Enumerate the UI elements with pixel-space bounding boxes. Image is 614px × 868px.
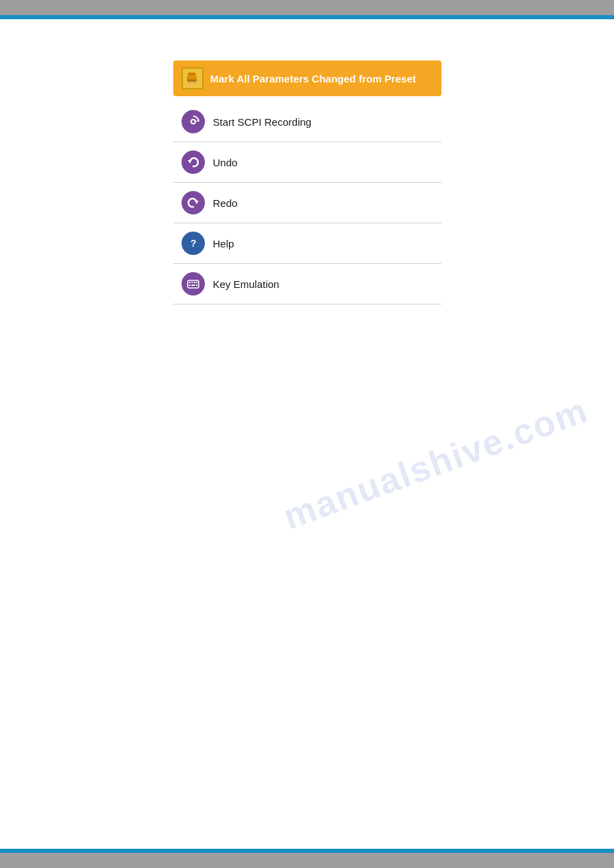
top-bar-gray: [0, 0, 614, 15]
svg-rect-15: [196, 282, 197, 283]
key-emulation-label: Key Emulation: [213, 278, 280, 290]
svg-marker-1: [187, 73, 197, 80]
svg-marker-8: [188, 160, 192, 163]
help-icon: ?: [182, 232, 205, 255]
mark-all-parameters-label: Mark All Parameters Changed from Preset: [210, 73, 417, 85]
bottom-bar-gray: [0, 853, 614, 868]
svg-marker-9: [195, 201, 199, 203]
svg-rect-16: [189, 285, 190, 286]
svg-rect-14: [194, 282, 195, 283]
menu-item-undo[interactable]: Undo: [173, 142, 441, 183]
redo-icon: [182, 191, 205, 214]
svg-rect-2: [190, 73, 191, 76]
menu-item-key-emulation[interactable]: Key Emulation: [173, 264, 441, 304]
watermark: manualshive.com: [278, 389, 593, 537]
svg-rect-13: [191, 282, 193, 283]
menu-item-mark-all-parameters[interactable]: Mark All Parameters Changed from Preset: [173, 60, 441, 96]
scpi-recording-icon: [182, 110, 205, 133]
svg-rect-11: [188, 280, 199, 288]
menu-item-start-scpi-recording[interactable]: Start SCPI Recording: [173, 102, 441, 142]
pencil-mark-icon: [182, 67, 204, 89]
svg-rect-3: [193, 73, 194, 76]
svg-point-7: [192, 120, 195, 123]
undo-label: Undo: [213, 157, 238, 168]
help-label: Help: [213, 238, 234, 249]
key-emulation-icon: [182, 272, 205, 296]
svg-rect-12: [189, 282, 190, 283]
svg-rect-4: [187, 82, 197, 84]
menu-container: Mark All Parameters Changed from Preset …: [173, 60, 441, 304]
start-scpi-recording-label: Start SCPI Recording: [213, 116, 311, 128]
menu-item-redo[interactable]: Redo: [173, 183, 441, 223]
svg-rect-18: [196, 285, 197, 286]
undo-icon: [182, 151, 205, 174]
menu-item-help[interactable]: ? Help: [173, 223, 441, 264]
svg-text:?: ?: [190, 238, 197, 249]
main-content: Mark All Parameters Changed from Preset …: [0, 19, 614, 346]
redo-label: Redo: [213, 197, 238, 209]
svg-rect-17: [191, 285, 195, 286]
